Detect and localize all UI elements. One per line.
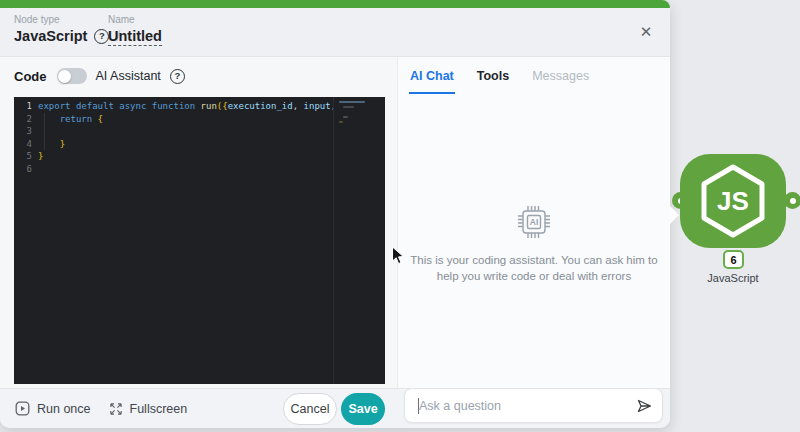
fullscreen-label: Fullscreen bbox=[130, 402, 188, 416]
fullscreen-button[interactable]: Fullscreen bbox=[109, 402, 188, 416]
minimap-mark bbox=[343, 116, 348, 118]
svg-text:JS: JS bbox=[717, 186, 749, 216]
minimap-mark bbox=[339, 121, 343, 123]
run-icon bbox=[15, 401, 30, 416]
code-line: 5} bbox=[14, 150, 385, 163]
code-line: 1export default async function run({exec… bbox=[14, 100, 385, 113]
assistant-hint-line2: help you write code or deal with errors bbox=[398, 268, 670, 284]
toggle-knob bbox=[58, 70, 71, 83]
node-name-field[interactable]: Untitled bbox=[108, 28, 162, 46]
node-name-group: Name Untitled bbox=[108, 14, 162, 46]
modal-header: Node type JavaScript ? / Name Untitled ✕ bbox=[0, 8, 670, 57]
tab-tools[interactable]: Tools bbox=[476, 59, 510, 94]
tab-messages[interactable]: Messages bbox=[531, 59, 590, 94]
node-count-badge: 6 bbox=[723, 250, 744, 269]
chat-input-box bbox=[404, 388, 663, 423]
code-panel: Code AI Assistant ? 1export default asyn… bbox=[0, 57, 397, 388]
node-output-port[interactable] bbox=[784, 192, 800, 209]
node-type-group: Node type JavaScript ? / bbox=[14, 14, 120, 44]
cancel-button[interactable]: Cancel bbox=[283, 393, 337, 425]
ask-question-input[interactable] bbox=[419, 389, 629, 422]
node-editor-modal: Node type JavaScript ? / Name Untitled ✕… bbox=[0, 0, 670, 428]
name-label: Name bbox=[108, 14, 162, 25]
tab-ai-chat[interactable]: AI Chat bbox=[409, 59, 455, 94]
modal-accent-bar bbox=[0, 0, 670, 8]
ai-assistant-toggle[interactable] bbox=[57, 68, 87, 84]
minimap-mark bbox=[339, 101, 365, 103]
close-icon[interactable]: ✕ bbox=[636, 22, 656, 42]
ai-assistant-label: AI Assistant bbox=[96, 69, 161, 83]
ai-chip-icon: AI bbox=[515, 203, 553, 241]
assistant-tabs: AI ChatToolsMessages bbox=[398, 57, 670, 94]
assistant-empty-state: AI This is your coding assistant. You ca… bbox=[398, 203, 670, 284]
node-type-label: Node type bbox=[14, 14, 120, 25]
code-label: Code bbox=[14, 69, 47, 84]
assistant-hint-line1: This is your coding assistant. You can a… bbox=[398, 252, 670, 268]
code-toolbar: Code AI Assistant ? bbox=[14, 68, 185, 84]
code-line: 6 bbox=[14, 163, 385, 176]
nodejs-logo-icon: JS bbox=[698, 164, 768, 238]
save-button[interactable]: Save bbox=[341, 393, 385, 425]
code-line: 4 } bbox=[14, 138, 385, 151]
editor-minimap[interactable] bbox=[333, 97, 385, 384]
help-icon[interactable]: ? bbox=[170, 69, 185, 84]
fullscreen-icon bbox=[109, 402, 123, 416]
code-line: 3 bbox=[14, 125, 385, 138]
code-line: 2 return { bbox=[14, 113, 385, 126]
javascript-node[interactable]: JS bbox=[680, 154, 786, 248]
send-icon[interactable] bbox=[635, 397, 653, 415]
code-editor[interactable]: 1export default async function run({exec… bbox=[14, 97, 385, 384]
svg-text:AI: AI bbox=[530, 217, 539, 227]
run-once-button[interactable]: Run once bbox=[15, 401, 91, 416]
mouse-cursor bbox=[391, 246, 405, 266]
run-once-label: Run once bbox=[37, 402, 91, 416]
assistant-panel: AI ChatToolsMessages AI This is your cod… bbox=[397, 57, 670, 388]
workflow-canvas: Node type JavaScript ? / Name Untitled ✕… bbox=[0, 0, 800, 432]
minimap-mark bbox=[343, 106, 354, 108]
node-label: JavaScript bbox=[673, 272, 793, 284]
node-type-value: JavaScript bbox=[14, 28, 87, 44]
